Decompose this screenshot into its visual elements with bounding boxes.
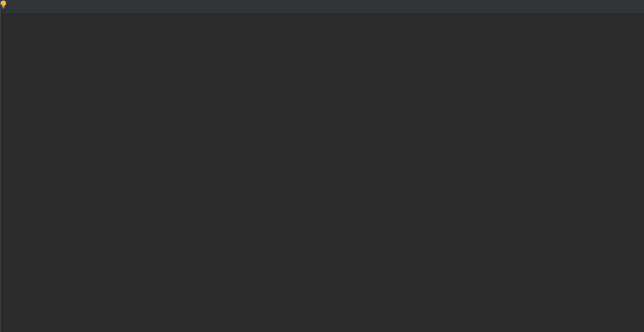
intention-lightbulb-icon[interactable]: [0, 0, 7, 9]
caret-row-highlight: [0, 0, 644, 13]
code-editor[interactable]: [0, 0, 644, 332]
right-margin-guide: [0, 0, 0, 332]
